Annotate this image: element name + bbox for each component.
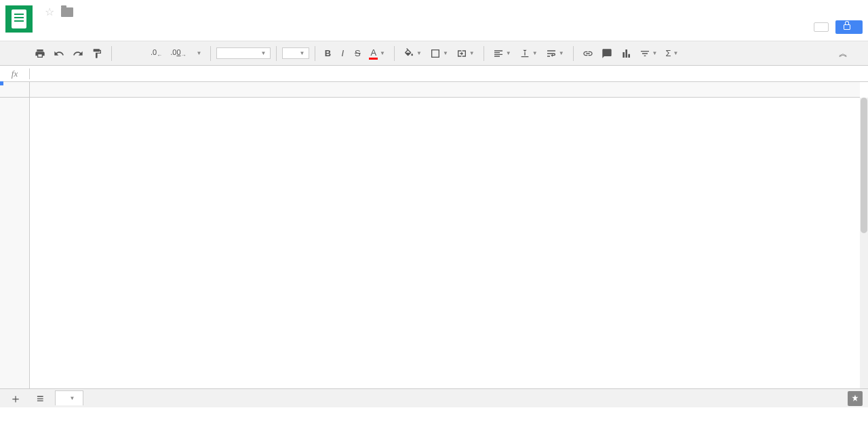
- halign-button[interactable]: ▼: [490, 45, 515, 62]
- comment-button[interactable]: [598, 45, 616, 62]
- sheet-tab-bar: ＋ ≡ ▼: [0, 388, 868, 407]
- all-sheets-button[interactable]: ≡: [33, 391, 48, 406]
- filter-button[interactable]: ▼: [636, 45, 661, 62]
- menubar: [38, 22, 814, 26]
- collapse-toolbar-icon[interactable]: ︽: [839, 47, 848, 60]
- menu-edit[interactable]: [50, 22, 60, 26]
- spreadsheet-grid: ◀▶ ＋ ≡ ▼: [0, 82, 868, 407]
- bold-button[interactable]: B: [321, 45, 334, 61]
- number-format[interactable]: ▼: [191, 47, 205, 59]
- fill-color-button[interactable]: ▼: [400, 45, 425, 62]
- chart-button[interactable]: [617, 45, 635, 62]
- menu-help[interactable]: [136, 22, 145, 26]
- borders-button[interactable]: ▼: [427, 45, 452, 62]
- strikethrough-button[interactable]: S: [351, 45, 364, 61]
- sheet-tab[interactable]: ▼: [55, 390, 84, 405]
- star-icon[interactable]: ☆: [45, 5, 54, 18]
- select-all-corner[interactable]: [0, 82, 30, 98]
- formula-input[interactable]: [30, 66, 868, 81]
- sheets-logo[interactable]: [5, 5, 33, 33]
- menu-file[interactable]: [38, 22, 47, 26]
- folder-icon[interactable]: [61, 7, 73, 17]
- decrease-decimal[interactable]: .0←: [147, 45, 165, 61]
- text-color-button[interactable]: A▼: [366, 45, 389, 62]
- comments-button[interactable]: [814, 22, 829, 32]
- paint-format-icon[interactable]: [88, 45, 106, 62]
- menu-data[interactable]: [99, 22, 108, 26]
- undo-icon[interactable]: [50, 45, 68, 62]
- redo-icon[interactable]: [69, 45, 87, 62]
- format-currency[interactable]: [117, 51, 131, 56]
- format-percent[interactable]: [132, 51, 146, 56]
- valign-button[interactable]: ▼: [516, 45, 541, 62]
- menu-format[interactable]: [87, 22, 96, 26]
- print-icon[interactable]: [31, 45, 49, 62]
- sheet-tab-menu-icon[interactable]: ▼: [70, 395, 75, 401]
- menu-view[interactable]: [62, 22, 72, 26]
- share-button[interactable]: [835, 20, 863, 34]
- merge-button[interactable]: ▼: [453, 45, 478, 62]
- vertical-scrollbar[interactable]: [860, 98, 868, 388]
- functions-button[interactable]: Σ▼: [662, 45, 682, 61]
- menu-tools[interactable]: [111, 22, 121, 26]
- increase-decimal[interactable]: .00→: [167, 45, 189, 61]
- font-size-select[interactable]: ▼: [282, 47, 309, 59]
- explore-button[interactable]: [848, 391, 863, 406]
- link-button[interactable]: [579, 45, 597, 62]
- column-headers: [30, 82, 860, 98]
- toolbar: .0← .00→ ▼ ▼ ▼ B I S A▼ ▼ ▼ ▼ ▼ ▼ ▼ ▼ Σ▼…: [0, 41, 868, 66]
- fx-label: fx: [0, 68, 30, 79]
- row-headers: [0, 98, 30, 388]
- cells-area[interactable]: [30, 98, 860, 388]
- font-select[interactable]: ▼: [216, 47, 271, 59]
- italic-button[interactable]: I: [336, 45, 349, 61]
- menu-insert[interactable]: [75, 22, 84, 26]
- lock-icon: [844, 24, 850, 30]
- wrap-button[interactable]: ▼: [542, 45, 568, 62]
- add-sheet-button[interactable]: ＋: [5, 391, 26, 406]
- menu-addons[interactable]: [123, 22, 133, 26]
